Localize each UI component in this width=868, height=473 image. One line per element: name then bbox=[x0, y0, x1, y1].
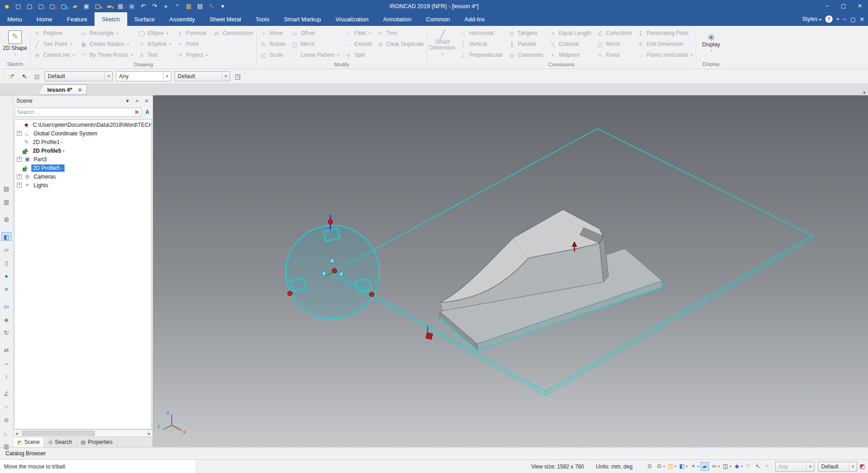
place-in-scene-icon[interactable]: ↱ bbox=[8, 72, 17, 81]
animation-icon[interactable]: ▤ bbox=[1, 184, 11, 193]
chevron-down-icon[interactable]: ▾ bbox=[674, 464, 676, 468]
fixed-button[interactable]: ≐Fixed bbox=[595, 50, 633, 60]
polyline-button[interactable]: ∿Polyline bbox=[32, 28, 76, 39]
smart-render-icon[interactable]: ◍ bbox=[1, 215, 11, 224]
spectacles-icon[interactable]: ∞ bbox=[710, 462, 718, 471]
horizontal-button[interactable]: ─Horizontal bbox=[458, 28, 504, 39]
move-anchor-icon[interactable]: ◈ bbox=[1, 315, 11, 324]
fillet-button[interactable]: ◜Fillet▾ bbox=[344, 28, 373, 39]
rotate-button[interactable]: ↻Rotate bbox=[259, 39, 287, 50]
colinear-button[interactable]: ╲Colinear bbox=[548, 39, 593, 50]
height-dimension-icon[interactable]: ↕ bbox=[1, 372, 11, 381]
text-button[interactable]: AText bbox=[137, 50, 172, 60]
select-cursor-icon[interactable]: ↖ bbox=[20, 72, 29, 81]
realistic-render-icon[interactable]: ● bbox=[162, 2, 170, 10]
restore-button[interactable]: ▢ bbox=[835, 0, 852, 12]
panel-pin-icon[interactable]: ⌖ bbox=[134, 98, 140, 104]
rectangle-button[interactable]: ▭Rectangle▾ bbox=[79, 28, 134, 39]
menu-tab-common[interactable]: Common bbox=[419, 12, 457, 26]
triball-center-grip[interactable] bbox=[332, 269, 337, 273]
point-button[interactable]: •Point bbox=[175, 39, 209, 50]
midpoint-button[interactable]: •Midpoint bbox=[548, 50, 593, 60]
scroll-left-icon[interactable]: ◂ bbox=[13, 431, 20, 436]
catalog-browser-bar[interactable]: Catalog Browser bbox=[0, 447, 868, 459]
expand-icon[interactable]: + bbox=[17, 131, 22, 136]
undo-icon[interactable]: ↶ bbox=[139, 2, 147, 10]
menu-tab-feature[interactable]: Feature bbox=[60, 12, 95, 26]
coincident-button[interactable]: ∠Coincident bbox=[595, 28, 633, 39]
center-radius-button[interactable]: ◉Center Radius▾ bbox=[79, 39, 134, 50]
extend-button[interactable]: →Extend bbox=[344, 39, 373, 50]
camera-view-icon[interactable]: ▥ bbox=[1, 198, 11, 206]
menu-tab-menu[interactable]: Menu bbox=[0, 12, 30, 26]
menu-tab-sketch[interactable]: Sketch bbox=[95, 12, 127, 26]
penetrating-point-button[interactable]: ↧Penetrating Point bbox=[636, 28, 694, 39]
link-colors-icon[interactable]: ◳ bbox=[233, 72, 242, 81]
open-folder-icon[interactable]: ▰ bbox=[71, 2, 79, 10]
menu-tab-annotation[interactable]: Annotation bbox=[376, 12, 419, 26]
expand-icon[interactable]: + bbox=[17, 183, 22, 188]
equal-length-button[interactable]: ≡Equal Length bbox=[548, 28, 593, 39]
part-mode-icon[interactable]: ◆ bbox=[733, 462, 741, 471]
by-three-points-button[interactable]: ◠By Three Points▾ bbox=[79, 50, 134, 60]
new-shape-icon[interactable]: ◳ bbox=[666, 462, 675, 471]
smart-dimension-button[interactable]: ╱Smart Dimension▾ bbox=[428, 26, 457, 62]
menu-tab-smart-markup[interactable]: Smart Markup bbox=[277, 12, 329, 26]
shapes-catalog-icon[interactable]: ◧ bbox=[1, 232, 11, 241]
triball-center-dot-2[interactable] bbox=[322, 272, 326, 276]
tree-item-2d-profile5[interactable]: ✎2D Profile5 - bbox=[15, 146, 151, 155]
chevron-down-icon[interactable]: ▾ bbox=[697, 464, 699, 468]
doc-close-button[interactable]: ✕ bbox=[860, 16, 864, 23]
document-tab-close-icon[interactable]: ✕ bbox=[78, 87, 82, 93]
edit-document-icon[interactable]: ▢✎ bbox=[94, 2, 102, 10]
layer-combo[interactable]: Default▼ bbox=[175, 71, 230, 81]
edit-dimension-button[interactable]: ✎Edit Dimension bbox=[636, 39, 694, 50]
mirror-button[interactable]: ◫Mirror bbox=[289, 39, 340, 50]
light-rays-icon[interactable]: * bbox=[173, 2, 181, 10]
angle-dimension-icon[interactable]: ∠ bbox=[1, 389, 11, 398]
linear-pattern-button[interactable]: ∷Linear Pattern▾ bbox=[289, 50, 340, 60]
tree-item-global-coordinate-system[interactable]: +∟Global Coordinate System bbox=[15, 129, 151, 138]
mirror-button[interactable]: ◫Mirror bbox=[595, 39, 633, 50]
project-button[interactable]: ⇗Project▾ bbox=[175, 50, 209, 60]
scroll-right-icon[interactable]: ▸ bbox=[146, 431, 153, 436]
render-scene-icon[interactable]: ▣ bbox=[128, 2, 136, 10]
slab-shape-icon[interactable]: ▭ bbox=[1, 302, 11, 311]
clear-duplicate-button[interactable]: ⊘Clear Duplicate bbox=[375, 39, 425, 50]
menu-tab-surface[interactable]: Surface bbox=[127, 12, 162, 26]
extent-icon[interactable]: ⇄ bbox=[1, 346, 11, 354]
panel-tab-search[interactable]: ⊙Search bbox=[44, 437, 76, 447]
diameter-dimension-icon[interactable]: ⊘ bbox=[1, 416, 11, 424]
view-orientation-icon[interactable]: ◧ bbox=[678, 462, 686, 471]
import-icon[interactable]: ▰✎ bbox=[105, 2, 113, 10]
tree-item-2d-profile5[interactable]: ✎2D Profile5 - bbox=[15, 164, 151, 172]
new-drawing-icon[interactable]: ▢@ bbox=[60, 2, 68, 10]
sheet-shape-icon[interactable]: ▱ bbox=[1, 245, 11, 254]
catalog-box-icon[interactable]: ▦ bbox=[185, 2, 193, 10]
doc-restore-button[interactable]: ▢ bbox=[850, 16, 856, 23]
trim-button[interactable]: ✂Trim bbox=[375, 28, 425, 39]
chevron-down-icon[interactable]: ▼ bbox=[222, 72, 229, 81]
triball-grip-top[interactable] bbox=[328, 219, 333, 224]
triball-handle-left[interactable] bbox=[289, 278, 307, 291]
triball-grip-left[interactable] bbox=[288, 291, 292, 296]
qat-overflow-icon[interactable]: ▾ bbox=[219, 2, 227, 10]
tree-item-cameras[interactable]: +◎Cameras bbox=[15, 172, 151, 181]
styles-button[interactable]: Styles ▾ bbox=[802, 16, 821, 22]
expand-icon[interactable]: + bbox=[17, 157, 22, 162]
parallel-button[interactable]: ∥Parallel bbox=[507, 39, 545, 50]
tree-item-lights[interactable]: +☀Lights bbox=[15, 181, 151, 189]
panel-horizontal-scrollbar[interactable]: ◂ ▸ bbox=[13, 429, 153, 437]
list-options-icon[interactable]: ▤ bbox=[196, 2, 204, 10]
tree-item-part3[interactable]: +▣Part3 bbox=[15, 155, 151, 164]
split-button[interactable]: ┼Split bbox=[344, 50, 373, 60]
viewport-3d[interactable]: z x y bbox=[153, 95, 868, 447]
shaded-mode-icon[interactable]: ▰ bbox=[700, 462, 709, 471]
menu-tab-add-ins[interactable]: Add-Ins bbox=[457, 12, 492, 26]
panel-close-icon[interactable]: ✕ bbox=[144, 98, 150, 104]
menu-tab-home[interactable]: Home bbox=[30, 12, 60, 26]
filter-combo[interactable]: Any▼ bbox=[116, 71, 171, 81]
display-button[interactable]: ✳Display▾ bbox=[697, 26, 726, 61]
2d-shape-button[interactable]: ✎2D Shape▾ bbox=[0, 26, 30, 61]
expand-icon[interactable]: + bbox=[17, 174, 22, 179]
